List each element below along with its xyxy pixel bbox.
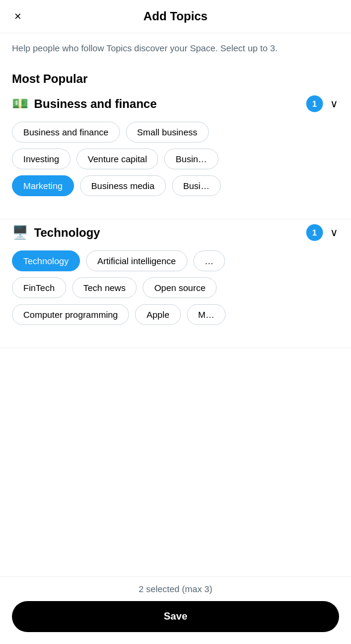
save-button[interactable]: Save [12, 601, 339, 632]
category-emoji-business: 💵 [12, 96, 28, 112]
category-business: 💵Business and finance1∨Business and fina… [0, 95, 351, 219]
tag-technology-0-0[interactable]: Technology [12, 250, 80, 271]
tag-technology-0-1[interactable]: Artificial intelligence [86, 250, 187, 271]
tag-technology-2-2[interactable]: M… [187, 304, 226, 325]
category-technology: 🖥️Technology1∨TechnologyArtificial intel… [0, 224, 351, 348]
category-chevron-business[interactable]: ∨ [329, 96, 339, 112]
tag-business-1-1[interactable]: Venture capital [76, 148, 158, 169]
tag-business-1-2[interactable]: Busin… [164, 148, 218, 169]
footer: 2 selected (max 3) Save [0, 576, 351, 644]
category-badge-business: 1 [306, 95, 323, 112]
tags-row-technology-0: TechnologyArtificial intelligence… [12, 250, 339, 271]
tag-technology-1-1[interactable]: Tech news [72, 277, 137, 298]
categories-container: 💵Business and finance1∨Business and fina… [0, 95, 351, 348]
category-title-business: Business and finance [34, 97, 300, 111]
tags-row-business-2: MarketingBusiness mediaBusi… [12, 175, 339, 196]
most-popular-label: Most Popular [12, 72, 339, 86]
tag-business-2-2[interactable]: Busi… [172, 175, 221, 196]
tag-business-0-1[interactable]: Small business [126, 122, 209, 143]
subtitle-text: Help people who follow Topics discover y… [0, 33, 351, 66]
close-button[interactable]: × [12, 7, 24, 26]
tag-business-0-0[interactable]: Business and finance [12, 122, 120, 143]
selected-count: 2 selected (max 3) [12, 584, 339, 594]
category-emoji-technology: 🖥️ [12, 225, 28, 240]
tags-row-business-0: Business and financeSmall business [12, 122, 339, 143]
tag-business-1-0[interactable]: Investing [12, 148, 70, 169]
tag-technology-2-0[interactable]: Computer programming [12, 304, 129, 325]
tag-business-2-0[interactable]: Marketing [12, 175, 74, 196]
tag-business-2-1[interactable]: Business media [80, 175, 166, 196]
category-badge-technology: 1 [306, 224, 323, 241]
category-title-row-business: 💵Business and finance1∨ [12, 95, 339, 112]
category-chevron-technology[interactable]: ∨ [329, 225, 339, 240]
most-popular-section: Most Popular [0, 66, 351, 95]
header: × Add Topics [0, 0, 351, 33]
tag-technology-1-0[interactable]: FinTech [12, 277, 66, 298]
tag-technology-2-1[interactable]: Apple [135, 304, 180, 325]
category-title-row-technology: 🖥️Technology1∨ [12, 224, 339, 241]
tag-technology-1-2[interactable]: Open source [143, 277, 217, 298]
tags-row-technology-1: FinTechTech newsOpen source [12, 277, 339, 298]
tags-row-technology-2: Computer programmingAppleM… [12, 304, 339, 325]
tags-row-business-1: InvestingVenture capitalBusin… [12, 148, 339, 169]
category-title-technology: Technology [34, 226, 300, 240]
tag-technology-0-2[interactable]: … [193, 250, 225, 271]
page-title: Add Topics [143, 10, 207, 23]
